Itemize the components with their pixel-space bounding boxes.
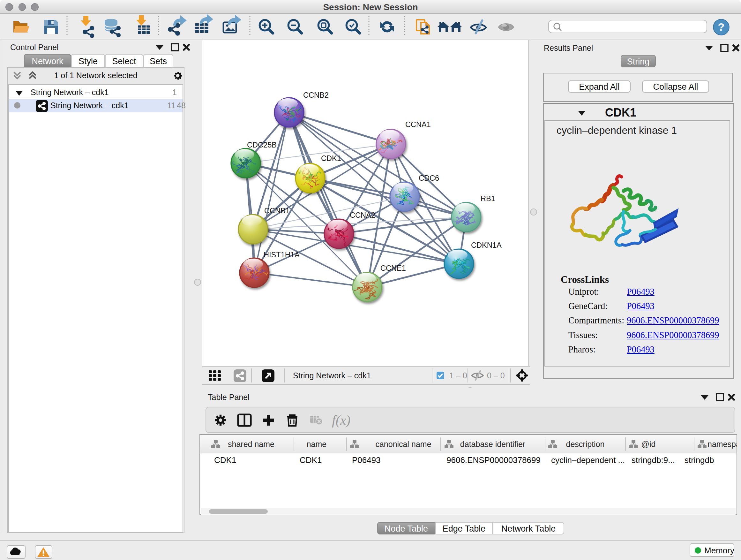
svg-text:canonical name: canonical name (375, 440, 431, 449)
svg-text:CDC6: CDC6 (419, 174, 439, 182)
svg-text:f(x): f(x) (332, 413, 350, 428)
svg-text:description: description (566, 440, 605, 449)
svg-text:?: ? (718, 21, 725, 33)
svg-text:CCNE1: CCNE1 (381, 264, 406, 272)
svg-text:CCNB2: CCNB2 (303, 91, 329, 99)
svg-text:shared name: shared name (228, 440, 274, 449)
svg-text:HIST1H1A: HIST1H1A (264, 251, 300, 259)
svg-text:CCNA1: CCNA1 (405, 120, 431, 129)
svg-text:0 – 0: 0 – 0 (487, 371, 505, 380)
svg-text:@id: @id (642, 440, 656, 449)
svg-text:CCNA2: CCNA2 (350, 211, 375, 219)
svg-text:String Network – cdk1: String Network – cdk1 (293, 371, 371, 380)
svg-text:CDKN1A: CDKN1A (471, 241, 502, 249)
svg-text:CCNB1: CCNB1 (264, 206, 290, 215)
svg-text:1 – 0: 1 – 0 (449, 371, 467, 380)
svg-text:RB1: RB1 (481, 194, 495, 203)
svg-text:database identifier: database identifier (460, 440, 525, 449)
svg-text:name: name (307, 440, 327, 449)
svg-text:CDK1: CDK1 (321, 154, 341, 163)
svg-text:namespac: namespac (708, 440, 737, 449)
svg-text:CDC25B: CDC25B (247, 141, 277, 149)
